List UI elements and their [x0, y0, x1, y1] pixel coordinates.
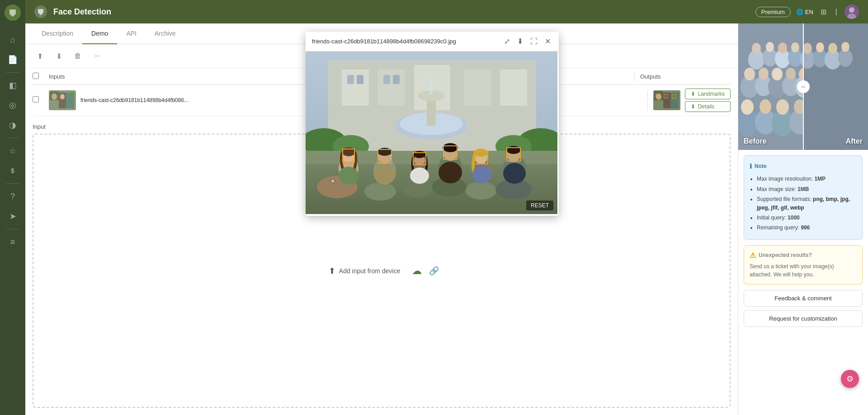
after-image [803, 23, 868, 150]
tab-api[interactable]: API [117, 23, 146, 44]
svg-point-146 [439, 162, 462, 183]
svg-point-43 [786, 68, 796, 79]
fullscreen-icon[interactable]: ⛶ [528, 37, 539, 47]
details-button[interactable]: ⬇ Details [685, 101, 731, 112]
settings-cog-button[interactable]: ⚙ [841, 370, 859, 388]
before-after-container: ↔ Before After [738, 23, 868, 150]
expand-icon[interactable]: ⤢ [502, 36, 512, 47]
col-outputs-header: Outputs [640, 73, 731, 80]
status-dot [71, 92, 74, 96]
close-panel-icon[interactable]: ✕ [543, 36, 552, 47]
reset-button[interactable]: RESET [526, 201, 553, 210]
svg-rect-113 [347, 75, 354, 84]
unexpected-box: ⚠ Unexpected results? Send us a ticket w… [744, 245, 863, 284]
sidebar-item-d[interactable]: ◑ [5, 117, 21, 133]
svg-rect-115 [383, 75, 390, 84]
download-button[interactable]: ⬇ [52, 49, 66, 63]
globe-icon: 🌐 [796, 9, 803, 15]
col-separator [634, 72, 635, 81]
tab-demo[interactable]: Demo [82, 23, 117, 44]
svg-point-41 [772, 68, 783, 80]
grid-icon[interactable]: ⊞ [819, 6, 828, 18]
ba-arrow-icon[interactable]: ↔ [797, 80, 810, 93]
feedback-comment-button[interactable]: Feedback & comment [744, 290, 863, 307]
tab-archive[interactable]: Archive [146, 23, 185, 44]
note-remaining-query: Remaining query: 996 [757, 224, 857, 232]
svg-point-39 [759, 68, 769, 79]
add-from-device-button[interactable]: ⬆ Add input from device [324, 263, 405, 279]
image-panel-title: friends-cast-c26db9181b114898b4d4fb08698… [312, 38, 502, 45]
sidebar-item-files[interactable]: 📄 [5, 51, 21, 68]
svg-point-82 [803, 43, 812, 54]
svg-point-140 [413, 151, 426, 158]
gear-icon: ⚙ [846, 374, 854, 384]
sidebar-item-menu[interactable]: ≡ [5, 234, 21, 250]
scissors-button[interactable]: ✂ [90, 49, 104, 63]
cloud-upload-icon[interactable]: ☁ [412, 265, 422, 277]
svg-point-132 [364, 182, 396, 201]
input-thumbnail[interactable] [49, 90, 76, 110]
after-label: After [846, 137, 863, 145]
svg-rect-13 [670, 93, 679, 108]
user-avatar[interactable] [844, 5, 859, 19]
svg-point-1 [849, 7, 854, 13]
svg-point-150 [474, 149, 488, 157]
note-list: Max image resoloution: 1MP Max image siz… [750, 175, 857, 232]
sidebar-divider-4 [6, 229, 19, 229]
output-thumbnail[interactable] [653, 90, 680, 110]
svg-point-164 [331, 179, 335, 183]
download-panel-icon[interactable]: ⬇ [515, 36, 525, 47]
sidebar-item-map[interactable]: ◎ [5, 97, 21, 113]
svg-rect-116 [393, 75, 400, 84]
select-all-checkbox[interactable] [33, 73, 39, 79]
sidebar-item-question[interactable]: ? [5, 188, 21, 205]
note-formats: Supported file formats: png, bmp, jpg, j… [757, 195, 857, 212]
svg-point-21 [766, 42, 774, 52]
svg-rect-109 [378, 70, 405, 106]
request-customization-button[interactable]: Request for customization [744, 310, 863, 327]
unexpected-title: ⚠ Unexpected results? [750, 251, 857, 260]
download-icon: ⬇ [691, 91, 695, 97]
right-panel: ↔ Before After ℹ Note Max image resolout… [738, 23, 868, 415]
svg-point-19 [752, 43, 761, 54]
svg-rect-114 [357, 75, 363, 84]
separator-icon: | [834, 6, 839, 18]
download-icon-2: ⬇ [691, 103, 695, 110]
upload-button[interactable]: ⬆ [33, 49, 47, 63]
premium-badge[interactable]: Premium [755, 7, 791, 17]
sidebar-item-tag[interactable]: ◧ [5, 77, 21, 93]
image-panel-body: RESET [306, 51, 559, 216]
note-initial-query: Initial query: 1000 [757, 214, 857, 222]
row-checkbox[interactable] [33, 96, 39, 103]
svg-point-86 [828, 43, 837, 54]
svg-point-11 [656, 93, 661, 100]
crowd-before [738, 23, 803, 150]
svg-rect-112 [500, 70, 527, 106]
sidebar-item-star[interactable]: ☆ [5, 143, 21, 159]
info-icon: ℹ [750, 161, 752, 171]
image-panel-header: friends-cast-c26db9181b114898b4d4fb08698… [306, 32, 559, 51]
app-logo[interactable] [5, 5, 21, 21]
tab-description[interactable]: Description [33, 23, 82, 44]
image-panel-controls: ⤢ ⬇ ⛶ ✕ [502, 36, 552, 47]
svg-point-135 [377, 148, 392, 156]
sidebar-item-arrow[interactable]: ➤ [5, 208, 21, 224]
sidebar-item-dollar[interactable]: $ [5, 163, 21, 179]
note-box: ℹ Note Max image resoloution: 1MP Max im… [744, 155, 863, 240]
svg-rect-108 [342, 70, 369, 106]
landmarks-button[interactable]: ⬇ Landmarks [685, 89, 731, 99]
top-nav: Face Detection Premium 🌐 EN ⊞ | [25, 0, 868, 23]
detection-image [306, 51, 557, 214]
note-size: Max image size: 1MB [757, 185, 857, 194]
sidebar-divider-3 [6, 183, 19, 184]
svg-point-37 [744, 68, 755, 80]
svg-point-25 [791, 42, 799, 52]
svg-point-59 [776, 99, 789, 115]
image-panel: friends-cast-c26db9181b114898b4d4fb08698… [306, 32, 559, 216]
language-selector[interactable]: 🌐 EN [796, 9, 813, 15]
delete-button[interactable]: 🗑 [71, 49, 85, 63]
url-link-icon[interactable]: 🔗 [429, 266, 439, 276]
svg-point-131 [339, 167, 359, 185]
svg-point-88 [841, 42, 849, 52]
sidebar-item-home[interactable]: ⌂ [5, 32, 21, 48]
